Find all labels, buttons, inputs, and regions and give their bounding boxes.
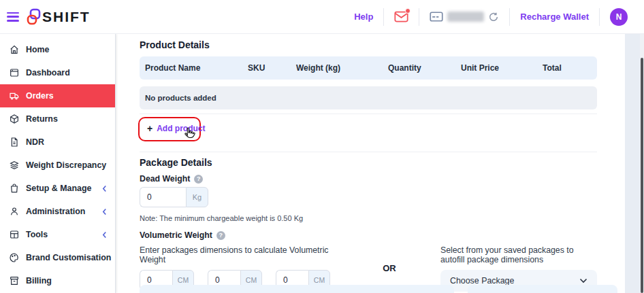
palette-icon bbox=[8, 252, 20, 264]
top-header: SHIFT Help Recharge Wallet N bbox=[0, 0, 644, 34]
notifications-mail-icon[interactable] bbox=[394, 11, 408, 22]
help-tooltip-icon[interactable]: ? bbox=[194, 175, 203, 184]
products-table-header: Product Name SKU Weight (kg) Quantity Un… bbox=[140, 56, 597, 80]
page-background-strip bbox=[625, 34, 640, 293]
col-total: Total bbox=[543, 63, 597, 73]
sidebar-item-billing[interactable]: Billing bbox=[0, 269, 115, 292]
saved-packages-label: Select from your saved packages to autof… bbox=[440, 245, 597, 264]
app-logo: SHIFT bbox=[26, 8, 91, 26]
layers-icon bbox=[8, 160, 20, 171]
sidebar-item-orders[interactable]: Orders bbox=[0, 84, 115, 107]
person-icon bbox=[8, 206, 20, 218]
bag-icon bbox=[8, 183, 20, 194]
sidebar-item-setup-manage[interactable]: Setup & Manage bbox=[0, 177, 115, 200]
hamburger-menu-icon[interactable] bbox=[7, 12, 19, 22]
cutoff-field-bar bbox=[140, 285, 454, 293]
sidebar-item-home[interactable]: Home bbox=[0, 38, 115, 61]
mouse-cursor-icon bbox=[182, 126, 197, 141]
dead-weight-field: Kg bbox=[140, 187, 597, 207]
notification-badge bbox=[405, 8, 410, 14]
home-icon bbox=[8, 44, 20, 56]
blurred-wallet-amount bbox=[447, 12, 484, 22]
empty-products-row: No products added bbox=[140, 86, 597, 109]
sidebar-item-tools[interactable]: Tools bbox=[0, 223, 115, 246]
empty-products-message: No products added bbox=[140, 94, 216, 102]
divider bbox=[140, 152, 597, 152]
package-details-title: Package Details bbox=[140, 157, 597, 168]
logo-text: SHIFT bbox=[42, 9, 91, 25]
recharge-wallet-link[interactable]: Recharge Wallet bbox=[520, 12, 589, 22]
sidebar-item-weight-discrepancy[interactable]: Weight Discrepancy bbox=[0, 154, 115, 177]
user-avatar[interactable]: N bbox=[610, 8, 628, 26]
chevron-down-icon bbox=[579, 278, 587, 283]
sidebar-item-dashboard[interactable]: Dashboard bbox=[0, 61, 115, 84]
col-product-name: Product Name bbox=[140, 63, 248, 73]
dimensions-instruction: Enter packages dimensions to calculate V… bbox=[140, 245, 338, 264]
volumetric-weight-label-row: Volumetric Weight ? bbox=[140, 230, 597, 240]
scrollbar-thumb[interactable] bbox=[641, 58, 643, 293]
cube-icon bbox=[8, 114, 20, 125]
product-details-title: Product Details bbox=[140, 39, 597, 50]
cutoff-field-bar bbox=[468, 285, 617, 293]
col-unit-price: Unit Price bbox=[461, 63, 543, 73]
next-section-cutoff bbox=[140, 285, 617, 293]
refresh-icon[interactable] bbox=[488, 12, 499, 22]
chevron-left-icon bbox=[102, 185, 107, 192]
dead-weight-note: Note: The minimum chargeable weight is 0… bbox=[140, 213, 597, 224]
sidebar-item-ndr[interactable]: NDR bbox=[0, 131, 115, 154]
help-tooltip-icon[interactable]: ? bbox=[216, 231, 225, 240]
header-divider bbox=[383, 8, 384, 26]
col-sku: SKU bbox=[248, 63, 296, 73]
header-divider bbox=[599, 8, 600, 26]
header-divider bbox=[419, 8, 419, 26]
grid-icon bbox=[8, 229, 20, 241]
col-quantity: Quantity bbox=[388, 63, 461, 73]
or-separator: OR bbox=[383, 263, 396, 273]
truck-icon bbox=[8, 90, 20, 102]
dead-weight-unit: Kg bbox=[186, 187, 208, 207]
help-link[interactable]: Help bbox=[354, 12, 373, 22]
order-form-panel: Product Details Product Name SKU Weight … bbox=[116, 34, 625, 293]
dead-weight-input[interactable] bbox=[140, 187, 186, 207]
document-icon bbox=[8, 137, 20, 148]
col-weight: Weight (kg) bbox=[296, 63, 388, 73]
add-product-zone: + Add product bbox=[140, 114, 597, 148]
dead-weight-label-row: Dead Weight ? bbox=[140, 174, 597, 184]
sidebar-item-administration[interactable]: Administration bbox=[0, 200, 115, 223]
sidebar-item-brand-customisation[interactable]: Brand Customisation bbox=[0, 246, 115, 269]
dashboard-icon bbox=[8, 67, 20, 79]
chevron-left-icon bbox=[102, 208, 107, 216]
archive-icon bbox=[8, 275, 20, 287]
sidebar-item-returns[interactable]: Returns bbox=[0, 107, 115, 131]
sidebar-nav: Home Dashboard Orders Returns NDR Weight… bbox=[0, 34, 116, 293]
credit-card-icon bbox=[430, 12, 443, 22]
chevron-left-icon bbox=[102, 231, 107, 239]
wallet-balance bbox=[430, 12, 499, 22]
header-divider bbox=[509, 8, 510, 26]
logo-glyph-icon bbox=[26, 8, 41, 26]
plus-icon: + bbox=[147, 123, 152, 134]
